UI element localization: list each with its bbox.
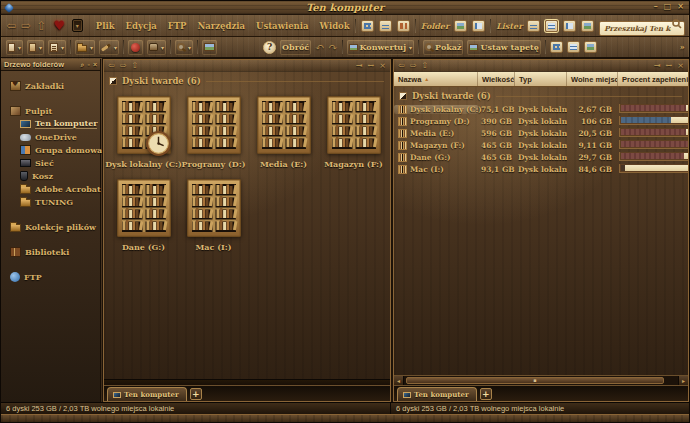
panel-back-icon[interactable]: ⇦ bbox=[398, 61, 405, 70]
view-tiles-button[interactable] bbox=[397, 20, 410, 32]
drive-row[interactable]: Dysk lokalny (C:) 75,1 GB Dysk lokalny 2… bbox=[394, 103, 688, 115]
lister-view-button-1[interactable] bbox=[527, 20, 540, 32]
drive-name-cell[interactable]: Mac (I:) bbox=[394, 165, 478, 174]
scroll-left-arrow[interactable]: ◂ bbox=[394, 376, 404, 385]
tree-item[interactable]: OneDrive bbox=[20, 131, 100, 142]
convert-button[interactable]: Konwertuj▾ bbox=[347, 40, 415, 55]
layout-button-2[interactable] bbox=[567, 41, 580, 53]
help-button[interactable]: ? bbox=[263, 41, 276, 54]
seal-tool-button[interactable] bbox=[128, 40, 143, 55]
drive-tile[interactable]: Magazyn (F:) bbox=[319, 96, 388, 169]
tree-item[interactable]: Zakładki bbox=[10, 80, 100, 91]
new-file-button[interactable]: ▾ bbox=[6, 40, 23, 55]
column-header[interactable]: Procent zapełnienia bbox=[618, 72, 688, 86]
lister-view-button-3[interactable] bbox=[563, 20, 576, 32]
column-header[interactable]: Wielkość bbox=[478, 72, 515, 86]
panel-back-icon[interactable]: ⇦ bbox=[108, 61, 115, 70]
sidebar-search-icon[interactable]: ⌕ bbox=[81, 61, 85, 68]
tree-item[interactable]: TUNING bbox=[20, 196, 100, 207]
sidebar-close-icon[interactable]: × bbox=[93, 61, 97, 68]
view-grid-button[interactable] bbox=[361, 20, 374, 32]
redo-button[interactable]: ↷ bbox=[328, 42, 337, 53]
tree-item[interactable]: Pulpit bbox=[10, 105, 100, 116]
stamp-tool-button[interactable]: ▾ bbox=[147, 40, 166, 55]
rotate-button[interactable]: Obróć bbox=[280, 40, 311, 55]
drive-tile[interactable]: Dysk lokalny (C:) bbox=[109, 96, 178, 169]
edit-file-button[interactable]: ▾ bbox=[27, 40, 44, 55]
back-button[interactable]: ⇦ bbox=[6, 20, 16, 32]
lister-view-button-2[interactable] bbox=[545, 20, 558, 32]
panel-up-icon[interactable]: ⇧ bbox=[131, 61, 138, 70]
folder-view-button-2[interactable] bbox=[472, 20, 485, 32]
toolbar-overflow-chevron[interactable]: » bbox=[679, 42, 684, 52]
drive-row[interactable]: Mac (I:) 93,1 GB Dysk lokalny 84,6 GB bbox=[394, 163, 688, 175]
menu-item[interactable]: Plik bbox=[96, 21, 115, 31]
tree-item[interactable]: Ten komputer bbox=[20, 118, 100, 129]
scroll-right-arrow[interactable]: ▸ bbox=[678, 376, 688, 385]
text-tool-button[interactable]: ▾ bbox=[48, 40, 66, 55]
panel-swap-icon[interactable]: ↔ bbox=[666, 61, 673, 70]
menu-item[interactable]: Narzędzia bbox=[198, 21, 246, 31]
new-tab-button[interactable]: + bbox=[190, 388, 202, 400]
menu-item[interactable]: FTP bbox=[168, 21, 187, 31]
panel-close-icon[interactable]: × bbox=[379, 61, 386, 70]
tree-item[interactable]: Sieć bbox=[20, 157, 100, 168]
drive-name-cell[interactable]: Media (E:) bbox=[394, 129, 478, 138]
menu-item[interactable]: Widok bbox=[320, 21, 350, 31]
menu-item[interactable]: Ustawienia bbox=[256, 21, 309, 31]
address-dropdown[interactable]: ▾ bbox=[72, 19, 83, 32]
drive-name-cell[interactable]: Dysk lokalny (C:) bbox=[394, 105, 478, 114]
new-tab-button[interactable]: + bbox=[480, 388, 492, 400]
tree-item[interactable]: FTP bbox=[10, 271, 100, 282]
layout-button-3[interactable] bbox=[584, 41, 597, 53]
drive-tile[interactable]: Media (E:) bbox=[249, 96, 318, 169]
right-panel-hscroll[interactable]: ◂ ▪ ▸ bbox=[394, 375, 688, 385]
scroll-thumb[interactable]: ▪ bbox=[406, 377, 664, 384]
drive-name-cell[interactable]: Programy (D:) bbox=[394, 117, 478, 126]
layout-button-1[interactable] bbox=[550, 41, 563, 53]
tree-item[interactable]: Kolekcje plików bbox=[10, 221, 100, 232]
column-header[interactable]: Nazwa▲ bbox=[394, 72, 478, 86]
undo-button[interactable]: ↶ bbox=[315, 42, 324, 53]
show-button[interactable]: Pokaż bbox=[423, 40, 463, 55]
drive-name-cell[interactable]: Dane (G:) bbox=[394, 153, 478, 162]
column-header[interactable]: Wolne miejsce bbox=[567, 72, 618, 86]
up-button[interactable]: ⇧ bbox=[36, 20, 46, 32]
forward-button[interactable]: ⇨ bbox=[21, 20, 31, 32]
rename-button[interactable]: ▾ bbox=[99, 40, 119, 55]
panel-close-icon[interactable]: × bbox=[677, 61, 684, 70]
image-tool-button[interactable] bbox=[202, 40, 217, 55]
panel-forward-icon[interactable]: ⇨ bbox=[120, 61, 127, 70]
set-wallpaper-button[interactable]: Ustaw tapetę bbox=[467, 40, 540, 55]
tree-item[interactable]: Grupa domowa bbox=[20, 144, 100, 155]
drive-tile[interactable]: Mac (I:) bbox=[179, 179, 248, 252]
close-button[interactable]: × bbox=[677, 2, 684, 11]
tab-ten-komputer[interactable]: Ten komputer bbox=[397, 387, 477, 401]
drive-tile[interactable]: Dane (G:) bbox=[109, 179, 178, 252]
drive-row[interactable]: Dane (G:) 465 GB Dysk lokalny 29,7 GB bbox=[394, 151, 688, 163]
folder-view-button-1[interactable] bbox=[454, 20, 467, 32]
drive-tile[interactable]: Programy (D:) bbox=[179, 96, 248, 169]
panel-pin-icon[interactable]: ⇥ bbox=[654, 61, 661, 70]
tab-ten-komputer[interactable]: Ten komputer bbox=[107, 387, 187, 401]
tree-item[interactable]: Adobe Acrobat XI bbox=[20, 183, 100, 194]
drive-row[interactable]: Programy (D:) 390 GB Dysk lokalny 106 GB bbox=[394, 115, 688, 127]
tree-item[interactable]: Kosz bbox=[20, 170, 100, 181]
maximize-button[interactable]: □ bbox=[664, 2, 672, 11]
menu-item[interactable]: Edycja bbox=[126, 21, 157, 31]
minimize-button[interactable]: – bbox=[654, 2, 658, 11]
view-list-button[interactable] bbox=[379, 20, 392, 32]
new-folder-button[interactable]: ▾ bbox=[75, 40, 95, 55]
drive-row[interactable]: Media (E:) 596 GB Dysk lokalny 20,5 GB bbox=[394, 127, 688, 139]
lister-view-button-4[interactable] bbox=[581, 20, 594, 32]
preview-search-button[interactable]: ▾ bbox=[175, 40, 193, 55]
panel-swap-icon[interactable]: ↔ bbox=[368, 61, 375, 70]
panel-up-icon[interactable]: ⇧ bbox=[421, 61, 428, 70]
tree-item[interactable]: Biblioteki bbox=[10, 246, 100, 257]
panel-pin-icon[interactable]: ⇥ bbox=[356, 61, 363, 70]
column-header[interactable]: Typ bbox=[515, 72, 567, 86]
sidebar-detach-icon[interactable]: ▫ bbox=[87, 61, 89, 68]
drive-name-cell[interactable]: Magazyn (F:) bbox=[394, 141, 478, 150]
drive-row[interactable]: Magazyn (F:) 465 GB Dysk lokalny 9,11 GB bbox=[394, 139, 688, 151]
favorites-heart-icon[interactable]: ♥ bbox=[53, 19, 65, 32]
